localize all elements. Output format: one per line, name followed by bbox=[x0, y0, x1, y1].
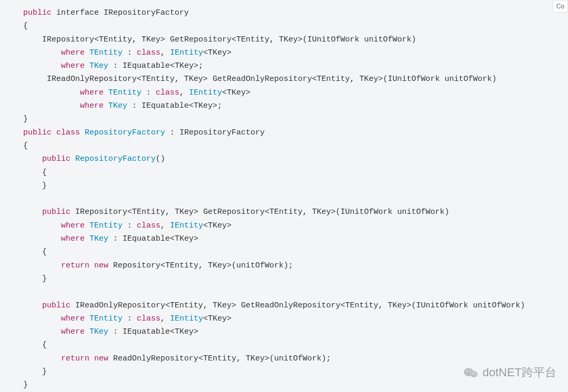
tp: TKey bbox=[208, 314, 227, 323]
tp: TEntity bbox=[203, 354, 236, 363]
method-name: GetReadOnlyRepository bbox=[241, 301, 340, 310]
param-name: unitOfWork bbox=[473, 301, 520, 310]
method-name: GetRepository bbox=[170, 35, 231, 44]
param-type: IUnitOfWork bbox=[340, 208, 392, 216]
class-name: RepositoryFactory bbox=[85, 128, 165, 137]
tp: TKey bbox=[208, 261, 227, 270]
type-repository: Repository bbox=[113, 261, 160, 270]
tp: TEntity bbox=[141, 75, 175, 84]
tp: TEntity bbox=[170, 301, 203, 310]
type-irepository: IRepository bbox=[75, 208, 127, 216]
copy-button[interactable]: Co bbox=[553, 0, 568, 13]
tp: TKey bbox=[141, 35, 160, 44]
keyword-return: return bbox=[61, 261, 89, 270]
keyword-public: public bbox=[42, 154, 70, 163]
arg: unitOfWork bbox=[236, 261, 283, 270]
tp: TKey bbox=[175, 234, 194, 243]
param-type: IUnitOfWork bbox=[416, 301, 468, 310]
keyword-where: where bbox=[80, 101, 104, 110]
param-name: unitOfWork bbox=[364, 35, 411, 44]
param-type: IUnitOfWork bbox=[307, 35, 359, 44]
tp: TKey bbox=[246, 354, 265, 363]
keyword-public: public bbox=[23, 128, 52, 137]
tp: TKey bbox=[89, 61, 108, 70]
tp: TKey bbox=[312, 208, 331, 216]
tp: TKey bbox=[388, 301, 407, 310]
type-iequatable: IEquatable bbox=[123, 327, 170, 336]
method-name: GetRepository bbox=[203, 208, 265, 216]
tp: TEntity bbox=[89, 314, 123, 323]
keyword-public: public bbox=[42, 301, 70, 310]
type-iequatable: IEquatable bbox=[141, 101, 189, 110]
param-type: IUnitOfWork bbox=[388, 75, 440, 84]
type-ireadonlyrepo: IReadOnlyRepository bbox=[47, 75, 137, 84]
tp: TKey bbox=[208, 221, 227, 230]
tp: TKey bbox=[175, 327, 194, 336]
tp: TEntity bbox=[89, 48, 123, 57]
keyword-where: where bbox=[61, 314, 85, 323]
keyword-where: where bbox=[80, 88, 104, 97]
method-name: GetReadOnlyRepository bbox=[212, 75, 312, 84]
type-irepository: IRepository bbox=[42, 35, 94, 44]
keyword-class: class bbox=[137, 314, 160, 323]
ctor-name: RepositoryFactory bbox=[75, 154, 156, 163]
tp: TKey bbox=[279, 35, 298, 44]
type-ientity: IEntity bbox=[170, 314, 203, 323]
tp: TEntity bbox=[99, 35, 132, 44]
keyword-public: public bbox=[42, 208, 70, 216]
tp: TEntity bbox=[317, 75, 350, 84]
tp: TKey bbox=[359, 75, 378, 84]
type-ientity: IEntity bbox=[170, 221, 203, 230]
keyword-new: new bbox=[94, 354, 108, 363]
param-name: unitOfWork bbox=[444, 75, 492, 84]
keyword-where: where bbox=[61, 221, 85, 230]
type-ireadonlyrepo: IReadOnlyRepository bbox=[75, 301, 165, 310]
tp: TKey bbox=[108, 101, 127, 110]
keyword-where: where bbox=[61, 61, 85, 70]
tp: TKey bbox=[175, 208, 194, 216]
tp: TKey bbox=[89, 234, 108, 243]
keyword-new: new bbox=[94, 261, 108, 270]
keyword-return: return bbox=[61, 354, 89, 363]
tp: TKey bbox=[212, 301, 231, 310]
keyword-where: where bbox=[61, 327, 85, 336]
keyword-interface: interface bbox=[56, 8, 99, 17]
tp: TKey bbox=[227, 88, 246, 97]
tp: TEntity bbox=[345, 301, 378, 310]
base-interface: IRepositoryFactory bbox=[179, 128, 265, 137]
tp: TKey bbox=[208, 48, 227, 57]
keyword-class: class bbox=[137, 48, 160, 57]
interface-name: IRepositoryFactory bbox=[104, 8, 189, 17]
type-iequatable: IEquatable bbox=[123, 61, 170, 70]
keyword-where: where bbox=[61, 48, 85, 57]
type-readonlyrepo: ReadOnlyRepository bbox=[113, 354, 198, 363]
type-ientity: IEntity bbox=[170, 48, 203, 57]
tp: TKey bbox=[175, 61, 194, 70]
keyword-class: class bbox=[137, 221, 160, 230]
keyword-class: class bbox=[156, 88, 179, 97]
code-block: public interface IRepositoryFactory { IR… bbox=[4, 6, 568, 392]
param-name: unitOfWork bbox=[397, 208, 444, 216]
tp: TKey bbox=[89, 327, 108, 336]
type-iequatable: IEquatable bbox=[123, 234, 170, 243]
tp: TEntity bbox=[89, 221, 123, 230]
tp: TEntity bbox=[132, 208, 165, 216]
keyword-class: class bbox=[56, 128, 80, 137]
arg: unitOfWork bbox=[274, 354, 321, 363]
tp: TEntity bbox=[236, 35, 269, 44]
tp: TEntity bbox=[108, 88, 141, 97]
tp: TKey bbox=[194, 101, 212, 110]
keyword-where: where bbox=[61, 234, 85, 243]
tp: TEntity bbox=[269, 208, 302, 216]
type-ientity: IEntity bbox=[189, 88, 222, 97]
tp: TKey bbox=[184, 75, 203, 84]
keyword-public: public bbox=[23, 8, 52, 17]
tp: TEntity bbox=[165, 261, 198, 270]
